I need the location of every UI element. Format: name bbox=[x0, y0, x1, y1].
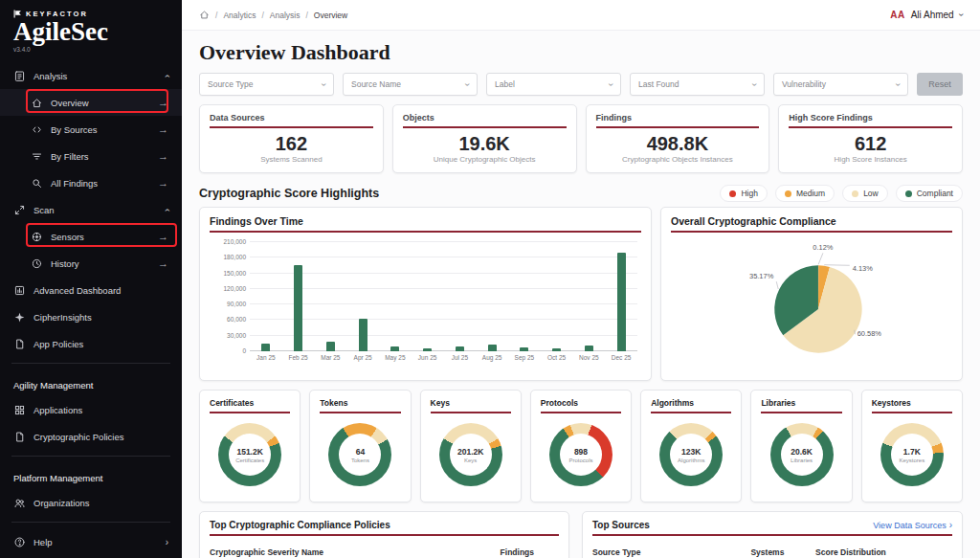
arrow-right-icon: → bbox=[158, 232, 168, 242]
home-icon[interactable] bbox=[199, 10, 210, 20]
legend-high: High bbox=[720, 185, 767, 202]
filter-source-type[interactable]: Source Type› bbox=[199, 73, 334, 96]
legend-low: Low bbox=[842, 185, 888, 202]
user-menu[interactable]: AA Ali Ahmed › bbox=[890, 10, 963, 20]
bar bbox=[456, 346, 464, 351]
sidebar-item-label: By Filters bbox=[51, 151, 89, 162]
sidebar-item-all-findings[interactable]: All Findings → bbox=[0, 169, 182, 196]
filter-source-name[interactable]: Source Name› bbox=[343, 73, 478, 96]
reset-button[interactable]: Reset bbox=[917, 73, 963, 96]
sidebar-item-label: Applications bbox=[33, 405, 82, 415]
sidebar-section-platform: Platform Management bbox=[0, 462, 182, 489]
object-sublabel: Certificates bbox=[235, 458, 264, 463]
dashboard-icon bbox=[13, 284, 26, 297]
arrow-right-icon: → bbox=[158, 98, 168, 108]
object-value: 1.7K bbox=[903, 447, 921, 457]
legend-dot-compliant bbox=[905, 190, 912, 197]
object-sublabel: Libraries bbox=[791, 458, 813, 463]
bar-chart-plot: 030,00060,00090,000120,000150,000180,000… bbox=[250, 242, 637, 351]
svg-text:0.12%: 0.12% bbox=[813, 243, 833, 252]
sidebar-item-cryptographic-policies[interactable]: Cryptographic Policies bbox=[0, 423, 182, 450]
column-header: Score Distribution bbox=[815, 547, 952, 557]
stat-card-data-sources: Data Sources 162 Systems Scanned bbox=[199, 104, 384, 173]
chevron-down-icon: › bbox=[749, 82, 760, 85]
stat-sublabel: Cryptographic Objects Instances bbox=[596, 155, 760, 164]
legend-dot-low bbox=[852, 190, 858, 197]
sidebar-item-advanced-dashboard[interactable]: Advanced Dashboard bbox=[0, 277, 182, 303]
bar bbox=[423, 348, 432, 351]
sidebar-item-by-sources[interactable]: By Sources → bbox=[0, 116, 182, 143]
legend-label: Compliant bbox=[917, 189, 953, 198]
legend-compliant: Compliant bbox=[896, 185, 963, 202]
brand-logo: KEYFACTOR AgileSec v3.4.0 bbox=[0, 0, 182, 55]
stats-row: Data Sources 162 Systems Scanned Objects… bbox=[199, 104, 963, 173]
column-header: Cryptographic Severity Name bbox=[210, 547, 323, 557]
people-icon bbox=[13, 497, 26, 509]
object-card-title: Libraries bbox=[761, 398, 841, 408]
stat-label: Findings bbox=[596, 113, 760, 123]
stat-sublabel: High Score Instances bbox=[789, 155, 952, 164]
bar bbox=[488, 345, 497, 351]
sidebar: KEYFACTOR AgileSec v3.4.0 Analysis › Ove… bbox=[0, 0, 182, 558]
filter-icon bbox=[31, 150, 43, 163]
dashboard-content: Overview Dashboard Source Type› Source N… bbox=[182, 31, 980, 558]
code-icon bbox=[31, 123, 43, 136]
legend-label: Low bbox=[863, 189, 879, 198]
object-card-title: Algorithms bbox=[651, 398, 731, 408]
object-card-title: Certificates bbox=[210, 398, 290, 408]
sidebar-nav: Analysis › Overview → By Sources → By Fi… bbox=[0, 62, 182, 555]
product-name: AgileSec bbox=[13, 18, 168, 45]
sidebar-item-applications[interactable]: Applications bbox=[0, 396, 182, 423]
sidebar-item-label: App Policies bbox=[33, 339, 83, 349]
breadcrumb-overview[interactable]: Overview bbox=[300, 11, 347, 20]
object-value: 201.2K bbox=[457, 447, 483, 457]
breadcrumb-analytics[interactable]: Analytics bbox=[210, 11, 256, 20]
sidebar-item-app-policies[interactable]: App Policies bbox=[0, 330, 182, 357]
filter-label[interactable]: Label› bbox=[486, 73, 621, 96]
arrow-right-icon: → bbox=[158, 151, 168, 162]
bar bbox=[617, 253, 626, 351]
sidebar-item-organizations[interactable]: Organizations bbox=[0, 489, 182, 516]
bar bbox=[552, 348, 561, 351]
object-sublabel: Protocols bbox=[568, 458, 592, 463]
object-card-title: Protocols bbox=[541, 398, 621, 408]
chevron-down-icon: › bbox=[606, 82, 616, 85]
sidebar-item-history[interactable]: History → bbox=[0, 250, 182, 277]
findings-over-time-card: Findings Over Time 030,00060,00090,00012… bbox=[199, 207, 652, 381]
chevron-up-icon: › bbox=[162, 74, 172, 77]
sidebar-item-label: Sensors bbox=[51, 232, 84, 242]
bar bbox=[359, 319, 368, 351]
object-card-libraries: Libraries 20.6KLibraries bbox=[750, 390, 852, 502]
sidebar-item-cipherinsights[interactable]: CipherInsights bbox=[0, 303, 182, 330]
title-underline bbox=[872, 412, 952, 413]
history-clock-icon bbox=[31, 257, 43, 270]
bar bbox=[520, 347, 528, 351]
svg-text:35.17%: 35.17% bbox=[749, 272, 774, 280]
object-value: 64 bbox=[356, 447, 365, 457]
sidebar-item-by-filters[interactable]: By Filters → bbox=[0, 143, 182, 169]
legend-dot-medium bbox=[785, 190, 791, 197]
table-title: Top Cryptographic Compliance Policies bbox=[210, 520, 390, 530]
filter-last-found[interactable]: Last Found› bbox=[630, 73, 765, 96]
app-root: KEYFACTOR AgileSec v3.4.0 Analysis › Ove… bbox=[0, 0, 980, 558]
score-highlights-header: Cryptographic Score Highlights High Medi… bbox=[199, 185, 963, 202]
filter-placeholder: Source Type bbox=[208, 79, 254, 89]
view-data-sources-link[interactable]: View Data Sources› bbox=[873, 520, 952, 530]
filter-vulnerability[interactable]: Vulnerability› bbox=[773, 73, 908, 96]
breadcrumb-analysis[interactable]: Analysis bbox=[256, 11, 300, 20]
title-underline bbox=[210, 534, 559, 536]
sidebar-item-overview[interactable]: Overview → bbox=[0, 89, 182, 116]
sidebar-item-help[interactable]: Help › bbox=[0, 528, 182, 555]
sidebar-divider bbox=[11, 363, 170, 364]
sidebar-item-scan[interactable]: Scan › bbox=[0, 196, 182, 223]
title-underline bbox=[431, 412, 511, 413]
findings-bar-chart: 030,00060,00090,000120,000150,000180,000… bbox=[250, 242, 637, 361]
title-underline bbox=[541, 412, 621, 413]
stat-label: Data Sources bbox=[210, 113, 373, 123]
sidebar-item-sensors[interactable]: Sensors → bbox=[0, 223, 182, 250]
sidebar-item-analysis[interactable]: Analysis › bbox=[0, 62, 182, 89]
bar bbox=[294, 265, 302, 351]
chevron-up-icon: › bbox=[162, 208, 172, 211]
object-card-keystores: Keystores 1.7KKeystores bbox=[861, 390, 963, 502]
sidebar-item-label: Cryptographic Policies bbox=[33, 432, 124, 442]
